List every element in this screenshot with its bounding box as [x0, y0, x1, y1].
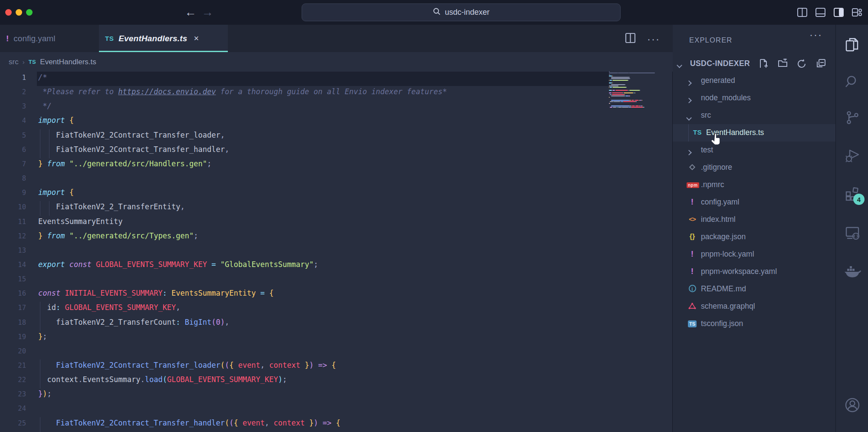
minimize-window-button[interactable] [16, 9, 22, 16]
tree-item-node-modules[interactable]: node_modules [673, 89, 835, 107]
history-back-button[interactable]: ← [183, 6, 198, 19]
activity-account-button[interactable] [836, 394, 868, 418]
customize-layout-icon[interactable] [852, 7, 862, 18]
code-line-7[interactable]: 7} from "../generated/src/Handlers.gen"; [0, 158, 673, 173]
code-line-22[interactable]: 22 context.EventsSummary.load(GLOBAL_EVE… [0, 374, 673, 389]
editor-actions: ··· [625, 33, 660, 45]
breadcrumb-folder[interactable]: src [9, 58, 19, 66]
new-file-icon[interactable] [759, 59, 769, 70]
code-line-11[interactable]: 11EventsSummaryEntity [0, 216, 673, 231]
line-number: 9 [0, 189, 26, 197]
tree-item--gitignore[interactable]: .gitignore [673, 159, 835, 176]
code-line-3[interactable]: 3 */ [0, 100, 673, 115]
tree-item-index-html[interactable]: <>index.html [673, 211, 835, 228]
tree-item-pnpm-workspace-yaml[interactable]: !pnpm-workspace.yaml [673, 263, 835, 280]
toggle-secondary-sidebar-icon[interactable] [833, 7, 844, 18]
explorer-more-actions-icon[interactable]: ··· [809, 33, 822, 37]
tree-item-eventhandlers-ts[interactable]: TSEventHandlers.ts [673, 124, 835, 142]
activity-run-debug-button[interactable] [836, 144, 868, 168]
code-line-25[interactable]: 25 FiatTokenV2_2Contract_Transfer_handle… [0, 417, 673, 432]
code-line-14[interactable]: 14export const GLOBAL_EVENTS_SUMMARY_KEY… [0, 259, 673, 274]
tree-item-config-yaml[interactable]: !config.yaml [673, 194, 835, 211]
line-number: 13 [0, 247, 26, 254]
code-editor[interactable]: 1/*2 *Please refer to https://docs.envio… [0, 72, 673, 432]
tab-label: config.yaml [13, 34, 55, 43]
code-line-1[interactable]: 1/* [0, 72, 673, 86]
code-line-15[interactable]: 15 [0, 273, 673, 288]
line-number: 20 [0, 347, 26, 355]
toggle-primary-sidebar-icon[interactable] [797, 7, 808, 18]
code-line-20[interactable]: 20 [0, 345, 673, 360]
ts-icon: TS [105, 35, 114, 42]
yaml-icon: ! [687, 197, 698, 207]
line-number: 12 [0, 232, 26, 240]
activity-remote-explorer-button[interactable] [836, 221, 868, 246]
minimap[interactable] [609, 69, 666, 140]
command-center-search[interactable]: usdc-indexer [302, 3, 621, 21]
search-value: usdc-indexer [445, 8, 490, 17]
tree-item-test[interactable]: test [673, 142, 835, 159]
new-folder-icon[interactable] [778, 59, 788, 70]
tsconfig-icon: TS [687, 319, 698, 328]
line-number: 24 [0, 405, 26, 412]
project-root-row[interactable]: USDC-INDEXER [673, 55, 835, 73]
code-line-10[interactable]: 10 FiatTokenV2_2_TransferEntity, [0, 201, 673, 216]
collapse-all-icon[interactable] [816, 59, 826, 70]
code-line-5[interactable]: 5 FiatTokenV2_2Contract_Transfer_loader, [0, 129, 673, 144]
code-line-9[interactable]: 9import { [0, 187, 673, 201]
tree-item--npmrc[interactable]: npm.npmrc [673, 176, 835, 194]
code-line-23[interactable]: 23}); [0, 388, 673, 403]
code-line-17[interactable]: 17 id: GLOBAL_EVENTS_SUMMARY_KEY, [0, 302, 673, 317]
tree-item-pnpm-lock-yaml[interactable]: !pnpm-lock.yaml [673, 246, 835, 263]
mouse-cursor [710, 133, 721, 147]
toggle-panel-icon[interactable] [815, 7, 826, 18]
close-window-button[interactable] [5, 9, 12, 16]
chevron-right-icon: › [23, 58, 25, 66]
more-actions-icon[interactable]: ··· [647, 37, 660, 41]
line-number: 5 [0, 132, 26, 139]
code-line-8[interactable]: 8 [0, 172, 673, 187]
code-line-19[interactable]: 19}; [0, 331, 673, 346]
code-line-21[interactable]: 21 FiatTokenV2_2Contract_Transfer_loader… [0, 359, 673, 374]
activity-explorer-button[interactable] [836, 33, 868, 58]
history-forward-button[interactable]: → [200, 6, 215, 19]
code-line-18[interactable]: 18 fiatTokenV2_2_TransferCount: BigInt(0… [0, 317, 673, 331]
tree-item-generated[interactable]: generated [673, 72, 835, 89]
activity-source-control-button[interactable] [836, 106, 868, 131]
code-line-12[interactable]: 12} from "../generated/src/Types.gen"; [0, 230, 673, 245]
code-line-6[interactable]: 6 FiatTokenV2_2Contract_Transfer_handler… [0, 144, 673, 158]
close-tab-icon[interactable]: × [194, 33, 199, 43]
explorer-title: EXPLORER [689, 36, 732, 44]
zoom-window-button[interactable] [26, 9, 33, 16]
line-number: 18 [0, 319, 26, 326]
line-number: 8 [0, 175, 26, 182]
line-number: 23 [0, 390, 26, 398]
code-line-24[interactable]: 24 [0, 402, 673, 417]
code-line-2[interactable]: 2 *Please refer to https://docs.envio.de… [0, 86, 673, 101]
tree-item-src[interactable]: src [673, 107, 835, 124]
chevron-right-icon [687, 96, 691, 105]
tree-item-schema-graphql[interactable]: schema.graphql [673, 298, 835, 315]
activity-docker-button[interactable] [836, 261, 868, 285]
code-line-13[interactable]: 13 [0, 244, 673, 259]
tree-item-tsconfig-json[interactable]: TStsconfig.json [673, 315, 835, 333]
tree-item-package-json[interactable]: {}package.json [673, 228, 835, 246]
tab-bar: ! config.yaml TS EventHandlers.ts × ··· [0, 25, 673, 52]
breadcrumb-file[interactable]: EventHandlers.ts [40, 58, 96, 66]
project-name: USDC-INDEXER [690, 59, 750, 68]
activity-extensions-button[interactable]: 4 [836, 182, 868, 207]
activity-search-button[interactable] [836, 70, 868, 95]
split-editor-icon[interactable] [625, 33, 636, 45]
activity-bar: 4 [835, 25, 868, 432]
tab-eventhandlers-ts[interactable]: TS EventHandlers.ts × [99, 25, 228, 52]
tab-config-yaml[interactable]: ! config.yaml [0, 25, 92, 52]
tree-item-label: package.json [701, 232, 746, 241]
line-number: 17 [0, 304, 26, 312]
code-line-16[interactable]: 16const INITIAL_EVENTS_SUMMARY: EventsSu… [0, 287, 673, 302]
code-line-4[interactable]: 4import { [0, 115, 673, 129]
tree-item-label: node_modules [701, 93, 751, 102]
line-number: 1 [0, 74, 26, 82]
tree-item-readme-md[interactable]: iREADME.md [673, 280, 835, 298]
line-number: 25 [0, 419, 26, 427]
refresh-icon[interactable] [797, 59, 807, 70]
